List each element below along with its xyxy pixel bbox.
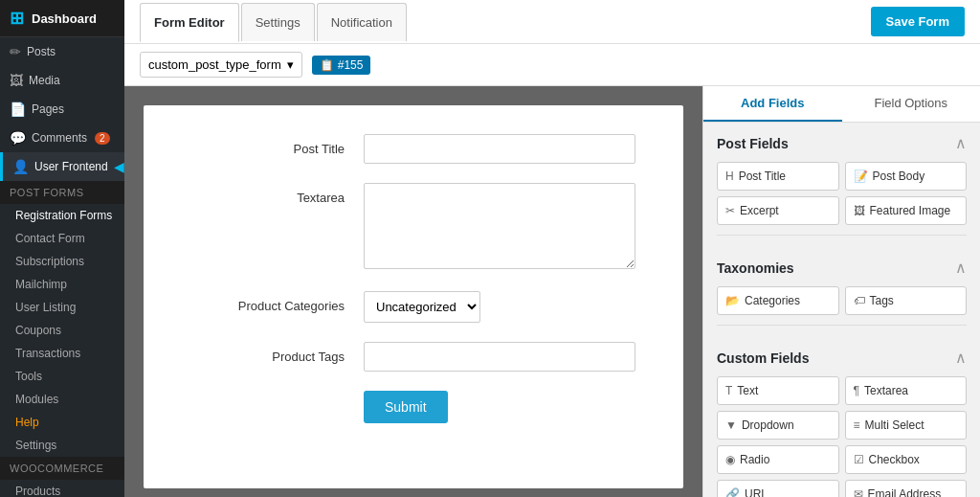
post-title-input[interactable] <box>364 134 635 164</box>
field-btn-tags[interactable]: 🏷 Tags <box>845 286 968 315</box>
dashboard-item[interactable]: ⊞ Dashboard <box>0 0 124 37</box>
topbar: Form Editor Settings Notification Save F… <box>124 0 980 44</box>
field-btn-email[interactable]: ✉ Email Address <box>845 480 968 497</box>
dashboard-label: Dashboard <box>32 11 97 26</box>
posts-icon: ✏ <box>10 44 21 59</box>
post-title-field <box>364 134 635 164</box>
submit-row: Submit <box>191 391 635 423</box>
custom-fields-title: Custom Fields <box>717 350 809 366</box>
textarea-input[interactable] <box>364 183 635 269</box>
panel-tab-add-fields[interactable]: Add Fields <box>703 86 842 122</box>
chevron-down-icon: ▾ <box>287 57 294 72</box>
sidebar-sub-mailchimp[interactable]: Mailchimp <box>0 273 124 296</box>
sidebar-sub-products[interactable]: Products <box>0 480 124 497</box>
pages-icon: 📄 <box>10 102 26 117</box>
sidebar-sub-help[interactable]: Help <box>0 411 124 434</box>
posts-label: Posts <box>27 45 56 58</box>
product-tags-field <box>364 342 635 372</box>
field-btn-featured-image[interactable]: 🖼 Featured Image <box>845 196 968 225</box>
excerpt-icon: ✂ <box>725 204 735 217</box>
post-title-label: Post Title <box>191 134 345 156</box>
dashboard-icon: ⊞ <box>10 8 24 29</box>
sidebar-sub-settings[interactable]: Settings <box>0 434 124 457</box>
sidebar-sub-subscriptions[interactable]: Subscriptions <box>0 250 124 273</box>
post-forms-section: Post Forms <box>0 181 124 204</box>
post-fields-section: Post Fields ∧ H Post Title 📝 Post Body ✂… <box>703 123 980 247</box>
form-name-label: custom_post_type_form <box>148 57 281 72</box>
product-categories-label: Product Categories <box>191 291 345 313</box>
tags-icon: 🏷 <box>854 294 865 307</box>
chevron-right-icon: ◀ <box>114 159 124 174</box>
product-categories-select[interactable]: Uncategorized <box>364 291 480 323</box>
form-id-label: #155 <box>338 58 364 72</box>
categories-icon: 📂 <box>725 294 740 307</box>
panel-tab-field-options[interactable]: Field Options <box>842 86 981 122</box>
field-btn-post-body[interactable]: 📝 Post Body <box>845 162 968 191</box>
multi-select-icon: ≡ <box>854 418 860 432</box>
textarea-cf-icon: ¶ <box>854 384 859 397</box>
sidebar-sub-tools[interactable]: Tools <box>0 365 124 388</box>
textarea-label: Textarea <box>191 183 345 205</box>
custom-fields-grid: T Text ¶ Textarea ▼ Dropdown ≡ Multi Sel… <box>717 376 967 497</box>
field-btn-text[interactable]: T Text <box>717 376 839 405</box>
right-panel: Add Fields Field Options Post Fields ∧ H… <box>702 86 980 497</box>
field-btn-excerpt[interactable]: ✂ Excerpt <box>717 196 839 225</box>
woocommerce-section: WooCommerce <box>0 457 124 480</box>
field-btn-post-title[interactable]: H Post Title <box>717 162 839 191</box>
tab-notification[interactable]: Notification <box>317 3 407 41</box>
field-btn-url[interactable]: 🔗 URL <box>717 480 839 497</box>
sidebar-item-user-frontend[interactable]: 👤 User Frontend ◀ <box>0 152 124 181</box>
sidebar-item-comments[interactable]: 💬 Comments 2 <box>0 124 124 152</box>
taxonomies-grid: 📂 Categories 🏷 Tags <box>717 286 967 315</box>
field-btn-checkbox[interactable]: ☑ Checkbox <box>845 445 968 474</box>
content-area: Post Title Textarea Product Categories <box>124 86 980 497</box>
sidebar-sub-transactions[interactable]: Transactions <box>0 342 124 365</box>
product-tags-label: Product Tags <box>191 342 345 364</box>
featured-image-icon: 🖼 <box>854 204 865 217</box>
sidebar-sub-contact[interactable]: Contact Form <box>0 227 124 250</box>
form-canvas: Post Title Textarea Product Categories <box>124 86 702 497</box>
sidebar-item-media[interactable]: 🖼 Media <box>0 66 124 95</box>
form-row-product-categories: Product Categories Uncategorized <box>191 291 635 323</box>
post-fields-collapse-icon[interactable]: ∧ <box>955 134 967 152</box>
post-fields-grid: H Post Title 📝 Post Body ✂ Excerpt 🖼 Fea… <box>717 162 967 225</box>
form-row-textarea: Textarea <box>191 183 635 272</box>
field-btn-textarea[interactable]: ¶ Textarea <box>845 376 968 405</box>
media-label: Media <box>29 74 60 87</box>
form-name-select[interactable]: custom_post_type_form ▾ <box>140 52 302 78</box>
form-id-badge: 📋 #155 <box>312 56 371 75</box>
sidebar-sub-user-listing[interactable]: User Listing <box>0 296 124 319</box>
radio-icon: ◉ <box>725 453 735 466</box>
email-icon: ✉ <box>854 487 863 497</box>
post-fields-header: Post Fields ∧ <box>717 134 967 152</box>
submit-button[interactable]: Submit <box>364 391 448 423</box>
taxonomies-collapse-icon[interactable]: ∧ <box>955 259 967 277</box>
form-row-post-title: Post Title <box>191 134 635 164</box>
user-frontend-label: User Frontend <box>34 160 108 173</box>
field-btn-multi-select[interactable]: ≡ Multi Select <box>845 411 968 440</box>
field-btn-radio[interactable]: ◉ Radio <box>717 445 839 474</box>
sidebar-sub-coupons[interactable]: Coupons <box>0 319 124 342</box>
checkbox-icon: ☑ <box>854 453 864 466</box>
custom-fields-collapse-icon[interactable]: ∧ <box>955 349 967 367</box>
sidebar-sub-modules[interactable]: Modules <box>0 388 124 411</box>
field-btn-categories[interactable]: 📂 Categories <box>717 286 839 315</box>
url-icon: 🔗 <box>725 487 740 497</box>
comments-icon: 💬 <box>10 130 26 146</box>
form-id-icon: 📋 <box>320 58 334 72</box>
main-tabs: Form Editor Settings Notification <box>140 3 409 41</box>
form-preview: Post Title Textarea Product Categories <box>144 105 683 488</box>
product-tags-input[interactable] <box>364 342 635 372</box>
media-icon: 🖼 <box>10 73 23 88</box>
sidebar-item-posts[interactable]: ✏ Posts <box>0 37 124 66</box>
dropdown-icon: ▼ <box>725 418 737 432</box>
post-fields-title: Post Fields <box>717 136 789 151</box>
sidebar-sub-registration[interactable]: Registration Forms <box>0 204 124 227</box>
save-form-button[interactable]: Save Form <box>871 7 965 36</box>
tab-form-editor[interactable]: Form Editor <box>140 3 239 42</box>
field-btn-dropdown[interactable]: ▼ Dropdown <box>717 411 839 440</box>
custom-fields-header: Custom Fields ∧ <box>717 349 967 367</box>
comments-label: Comments <box>32 131 87 145</box>
sidebar-item-pages[interactable]: 📄 Pages <box>0 95 124 124</box>
tab-settings[interactable]: Settings <box>241 3 315 41</box>
